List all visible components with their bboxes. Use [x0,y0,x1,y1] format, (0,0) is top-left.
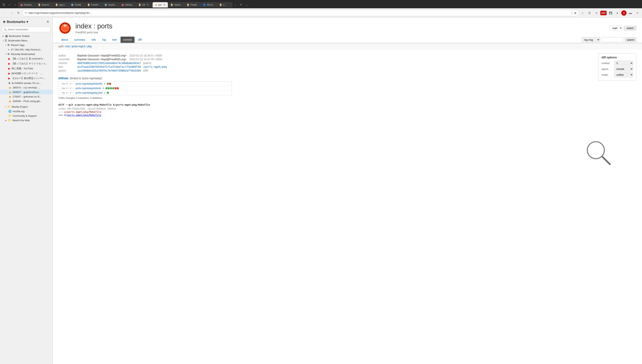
mode-select[interactable]: unified inline [614,72,633,77]
chrome-btn[interactable]: ● [614,10,620,16]
sidebar-item-label: 280573 – x11-wm/lxqt: ... [13,86,40,89]
search-type-select[interactable]: log msg author committer [582,37,600,42]
bookmark-this-btn[interactable]: ☆ [580,10,586,16]
commit-hash-link[interactable]: 460f6d861e431f8952debe0ee74c40a6a6a583e7 [77,62,141,64]
parent-hash-link[interactable]: 1a1d3b86d1b5a70979c7678d4759002af70a5389 [77,69,141,72]
context-select[interactable]: 3 5 10 [614,61,633,66]
tab-favicon-3: 🍺 [55,4,58,6]
prev-tab-btn[interactable]: ‹ [7,2,12,7]
tab-ports-active[interactable]: 🍺 por ✕ [152,2,168,8]
sidebar-item-menu[interactable]: ▾ ☰ Bookmarks Menu [0,38,53,43]
sidebar-item-bm1[interactable]: ▶ 【歌ってみた】某 covered b... [0,56,53,61]
profile-btn[interactable]: A [621,10,626,16]
commit-hash-value: 460f6d861e431f8952debe0ee74c40a6a6a583e7… [77,62,167,64]
close-sidebar-btn[interactable]: ✕ [45,20,50,24]
file-link[interactable]: ports-mgmt/pkg/distinfo [76,87,101,90]
new-tab-btn[interactable]: + [238,2,244,7]
tree-hash-link[interactable]: dcd7aaa258bfb55b4f271a37a0a7ac173e909f48 [77,65,141,68]
freebsd-icon: 🍺 [8,100,12,102]
sidebar-item-search-web[interactable]: ▶ 📁 Search the Web [0,118,53,122]
sidebar-item-recent-tags[interactable]: ▾ ⚙ Recent Tags [0,43,53,47]
file-count: 2 [104,82,105,85]
tab-list-btn[interactable]: ⌄ [244,2,249,7]
sidebar-item-bm10[interactable]: 🍺 249546 – Ports using gfo... [0,99,53,103]
file-link[interactable]: ports-mgmt/pkg/Makefile [76,82,102,85]
extensions-btn[interactable]: ▬ [628,10,633,16]
pocket-icon[interactable]: ⊠ [574,12,576,14]
switch-button[interactable]: switch [624,26,636,30]
tab-freebsd[interactable]: 🐙 freebsd... [18,2,36,7]
sidebar-item-mozilla[interactable]: ▾ 📁 Mozilla Project [0,104,53,109]
sidebar-item-bm8[interactable]: 🍺 284537 – graphics/linux... [0,90,53,94]
tab-refs[interactable]: refs [89,36,99,43]
bar-add [110,87,112,89]
tab-viewv[interactable]: 🍺 ViewV... [168,2,184,7]
sidebar-toggle-btn[interactable]: ☷ [1,2,7,7]
folder-icon: 📁 [8,114,12,117]
chevron-down-icon: ▾ [5,53,6,55]
sidebar-item-bm5[interactable]: ▶ 【ガルパ】箱分限定メンバー... [0,76,53,81]
star-icon[interactable]: ☆ [571,12,573,14]
tab-search[interactable]: 🍺 Search... [36,2,53,7]
sidebar-item-mozilla-org[interactable]: 🌐 mozilla.org [0,109,53,114]
diffstat-link[interactable]: Diffstat [58,76,68,80]
tab-dash[interactable]: ⚙️ Dashb... [102,2,119,7]
tab-git-f[interactable]: 🍺 Git - F... [136,2,152,7]
svg-point-5 [587,142,604,159]
search-button[interactable]: search [625,38,636,42]
chevron-down-icon[interactable]: ▾ [26,20,28,24]
sidebar-item-bm2[interactable]: ▶ 【歌ってみた】キリトリセン c... [0,61,53,66]
sidebar-item-bm3[interactable]: ▶ 神と悪魔 - YouTube [0,66,53,71]
tab-about[interactable]: about [58,36,71,43]
sidebar-item-bm7[interactable]: 🍺 280573 – x11-wm/lxqt: ... [0,85,53,90]
reload-btn[interactable]: ↻ [16,10,21,16]
sidebar-item-recently-bookmarked[interactable]: ▾ ⚙ Recently Bookmarked [0,52,53,56]
freebsd-icon: ⊕ [8,82,11,84]
file-link[interactable]: ports-mgmt/pkg/pkg-plist [76,91,102,94]
makefile-link[interactable]: ports-mgmt/pkg/Makefile [67,114,101,116]
path-pkg[interactable]: pkg [87,45,92,48]
tab-freeb2[interactable]: ⚙️ FreeB... [69,2,85,7]
sidebar-item-old-url[interactable]: ▶ 🏷 Old URL: http://home.in... [0,47,53,52]
reader-mode-btn[interactable]: ☰ [587,10,592,16]
tab-log[interactable]: log [100,36,109,43]
path-root[interactable]: root [65,45,70,48]
tab-pkg2[interactable]: 🍺 pkg 2... [53,2,68,7]
tab-fresh[interactable]: 🍺 FreshP... [85,2,102,7]
tab-overflow-btn[interactable]: ⌄ [233,2,238,7]
overflow-btn[interactable]: ≡ [634,10,640,16]
tab-github[interactable]: 🐙 GitHub... [119,2,136,7]
next-tab-btn[interactable]: › [13,2,18,7]
sidebar-item-label: 284537 – graphics/linux... [13,91,41,94]
bookmark-search-input[interactable] [2,27,51,32]
tab-404[interactable]: 🔵 404 N... [201,2,217,7]
sidebar-item-community[interactable]: 📁 Community & Support [0,114,53,118]
gear-icon: ⚙ [7,52,10,56]
url-input[interactable] [29,12,569,14]
sidebar-item-toolbar[interactable]: ▶ ▦ Bookmarks Toolbar [0,34,53,38]
adblock-btn[interactable]: ABP [600,11,606,15]
nav-search: log msg author committer search [582,37,636,42]
sidebar-item-bm9[interactable]: 🍺 279267 – gofortran on i3... [0,94,53,99]
path-ports-mgmt[interactable]: ports-mgmt [72,45,85,48]
tab-diff[interactable]: diff [135,36,144,43]
gear-icon: ⚙ [7,44,10,46]
tab-freeb3[interactable]: 🍺 FreeB... [184,2,200,7]
tab-tree[interactable]: tree [110,36,120,43]
search-input[interactable] [601,38,624,42]
forward-btn[interactable]: → [9,10,14,16]
space-select[interactable]: include ignore [614,67,633,71]
save-btn[interactable]: 💾 [608,10,613,16]
svg-point-6 [588,142,604,158]
sidebar-item-bm4[interactable]: ▶ [MAD]飛べゴッドバード ... [0,71,53,76]
history-btn[interactable]: ⧖ [593,10,599,16]
back-btn[interactable]: ← [2,10,8,16]
tab-c[interactable]: 🍺 c... [217,2,232,7]
branch-select[interactable]: main [610,26,622,31]
committer-name: Baptiste Daroussin <bapt@FreeBSD.org> [77,58,126,61]
tab-close-btn[interactable]: ✕ [163,4,166,6]
tree-path-link[interactable]: /ports-mgmt/pkg [143,65,167,68]
sidebar-item-bm6[interactable]: ⊕ ⊕ D48826 samba: Fix co... [0,81,53,85]
tab-summary[interactable]: summary [71,36,88,43]
tab-commit[interactable]: commit [120,36,135,43]
